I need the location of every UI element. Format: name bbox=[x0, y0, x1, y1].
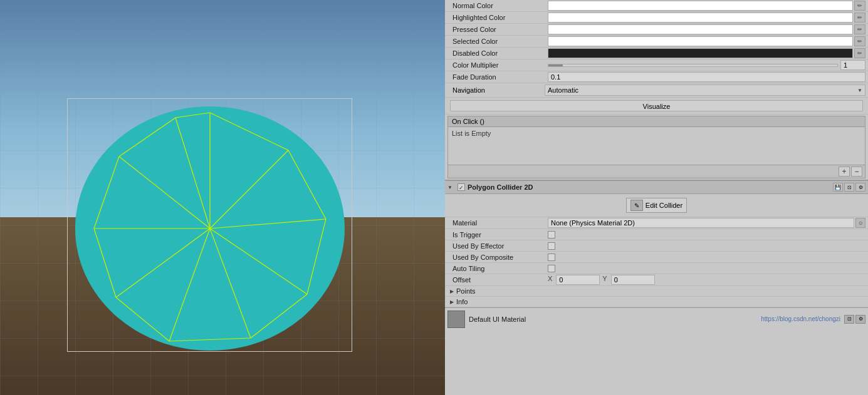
offset-x-input[interactable] bbox=[556, 275, 600, 285]
points-arrow-icon: ▶ bbox=[450, 289, 454, 294]
info-label: Info bbox=[456, 298, 468, 305]
svg-line-5 bbox=[116, 297, 169, 341]
used-by-effector-label: Used By Effector bbox=[447, 242, 548, 250]
remove-onclick-button[interactable]: − bbox=[851, 167, 862, 177]
svg-line-2 bbox=[307, 219, 326, 294]
selected-color-edit-icon[interactable]: ✏ bbox=[854, 36, 865, 46]
svg-line-19 bbox=[175, 118, 210, 228]
highlighted-color-label: Highlighted Color bbox=[447, 14, 548, 21]
onclick-section: On Click () List is Empty + − bbox=[447, 116, 865, 178]
svg-line-16 bbox=[116, 228, 210, 297]
color-multiplier-slider[interactable]: 1 bbox=[548, 60, 865, 70]
normal-color-label: Normal Color bbox=[447, 2, 548, 9]
slider-fill bbox=[548, 64, 563, 66]
component-enable-toggle bbox=[458, 183, 465, 191]
svg-line-7 bbox=[94, 156, 119, 228]
visualize-button[interactable]: Visualize bbox=[450, 100, 863, 111]
svg-line-12 bbox=[210, 219, 326, 228]
watermark-text: https://blog.csdn.net/chongzi bbox=[761, 315, 840, 322]
svg-line-15 bbox=[169, 228, 210, 341]
normal-color-value: ✏ bbox=[548, 1, 865, 11]
bottom-bar: Default UI Material https://blog.csdn.ne… bbox=[445, 307, 868, 330]
component-settings-icon[interactable]: ⚙ bbox=[855, 183, 865, 192]
component-checkbox[interactable] bbox=[458, 183, 465, 191]
offset-y-input[interactable] bbox=[611, 275, 655, 285]
pressed-color-row: Pressed Color ✏ bbox=[445, 24, 868, 36]
svg-line-18 bbox=[119, 156, 210, 228]
pressed-color-field[interactable] bbox=[548, 24, 853, 34]
pressed-color-value: ✏ bbox=[548, 24, 865, 34]
used-by-composite-value bbox=[548, 254, 865, 261]
svg-line-13 bbox=[210, 228, 307, 294]
disabled-color-edit-icon[interactable]: ✏ bbox=[854, 48, 865, 58]
bottom-icon-1[interactable]: ⊡ bbox=[844, 315, 854, 324]
normal-color-field[interactable] bbox=[548, 1, 853, 11]
circle-object bbox=[75, 106, 345, 351]
pressed-color-edit-icon[interactable]: ✏ bbox=[854, 24, 865, 34]
foldout-arrow-icon[interactable]: ▼ bbox=[447, 185, 455, 190]
add-onclick-button[interactable]: + bbox=[839, 167, 850, 177]
used-by-composite-checkbox[interactable] bbox=[548, 254, 555, 261]
svg-line-6 bbox=[94, 228, 116, 297]
svg-line-1 bbox=[288, 150, 326, 219]
is-trigger-value bbox=[548, 231, 865, 239]
points-foldout[interactable]: ▶ Points bbox=[445, 286, 868, 297]
svg-line-11 bbox=[210, 150, 288, 228]
material-field[interactable]: None (Physics Material 2D) bbox=[548, 218, 854, 228]
disabled-color-label: Disabled Color bbox=[447, 49, 548, 57]
edit-collider-icon: ✎ bbox=[630, 200, 643, 211]
fade-duration-row: Fade Duration 0.1 bbox=[445, 71, 868, 83]
bottom-icon-2[interactable]: ⚙ bbox=[855, 315, 865, 324]
selected-color-value: ✏ bbox=[548, 36, 865, 46]
offset-label: Offset bbox=[447, 276, 548, 284]
disabled-color-value: ✏ bbox=[548, 48, 865, 58]
polygon-wireframe bbox=[75, 106, 345, 351]
material-target-icon[interactable]: ⊙ bbox=[855, 218, 865, 228]
offset-x-label: X bbox=[548, 275, 552, 285]
component-save-icon[interactable]: 💾 bbox=[833, 183, 843, 192]
svg-line-14 bbox=[210, 228, 251, 338]
normal-color-edit-icon[interactable]: ✏ bbox=[854, 1, 865, 11]
highlighted-color-row: Highlighted Color ✏ bbox=[445, 12, 868, 24]
auto-tiling-value bbox=[548, 265, 865, 272]
slider-track bbox=[548, 64, 838, 67]
color-multiplier-value: 1 bbox=[548, 60, 865, 70]
component-title: Polygon Collider 2D bbox=[468, 183, 830, 191]
disabled-color-field[interactable] bbox=[548, 48, 853, 58]
navigation-dropdown[interactable]: Automatic ▼ bbox=[545, 85, 865, 96]
fade-duration-input[interactable]: 0.1 bbox=[548, 72, 865, 82]
used-by-composite-row: Used By Composite bbox=[445, 252, 868, 263]
svg-line-0 bbox=[210, 113, 288, 150]
svg-line-4 bbox=[169, 338, 251, 341]
highlighted-color-value: ✏ bbox=[548, 13, 865, 23]
navigation-value: Automatic bbox=[548, 86, 578, 94]
fade-duration-label: Fade Duration bbox=[447, 73, 548, 81]
fade-duration-value: 0.1 bbox=[548, 72, 865, 82]
edit-collider-button[interactable]: ✎ Edit Collider bbox=[626, 198, 687, 213]
component-expand-icon[interactable]: ⊡ bbox=[844, 183, 854, 192]
auto-tiling-checkbox[interactable] bbox=[548, 265, 555, 272]
color-multiplier-label: Color Multiplier bbox=[447, 61, 548, 69]
component-header: ▼ Polygon Collider 2D 💾 ⊡ ⚙ bbox=[445, 181, 868, 194]
points-label: Points bbox=[456, 287, 476, 295]
offset-xy-fields: X Y bbox=[548, 275, 865, 285]
highlighted-color-edit-icon[interactable]: ✏ bbox=[854, 13, 865, 23]
svg-line-8 bbox=[119, 118, 175, 156]
color-multiplier-input[interactable]: 1 bbox=[840, 60, 865, 70]
used-by-effector-checkbox[interactable] bbox=[548, 242, 555, 250]
onclick-footer: + − bbox=[448, 165, 865, 178]
selected-color-label: Selected Color bbox=[447, 38, 548, 45]
offset-row: Offset X Y bbox=[445, 274, 868, 286]
material-row: Material None (Physics Material 2D) ⊙ bbox=[445, 217, 868, 229]
edit-collider-label: Edit Collider bbox=[646, 202, 682, 209]
selected-color-field[interactable] bbox=[548, 36, 853, 46]
info-foldout[interactable]: ▶ Info bbox=[445, 297, 868, 307]
svg-line-3 bbox=[251, 294, 307, 338]
polygon-collider-section: ▼ Polygon Collider 2D 💾 ⊡ ⚙ ✎ Edit Colli… bbox=[445, 180, 868, 307]
svg-line-9 bbox=[175, 113, 210, 118]
auto-tiling-label: Auto Tiling bbox=[447, 265, 548, 272]
color-multiplier-row: Color Multiplier 1 bbox=[445, 59, 868, 71]
auto-tiling-row: Auto Tiling bbox=[445, 263, 868, 274]
is-trigger-checkbox[interactable] bbox=[548, 231, 555, 239]
highlighted-color-field[interactable] bbox=[548, 13, 853, 23]
